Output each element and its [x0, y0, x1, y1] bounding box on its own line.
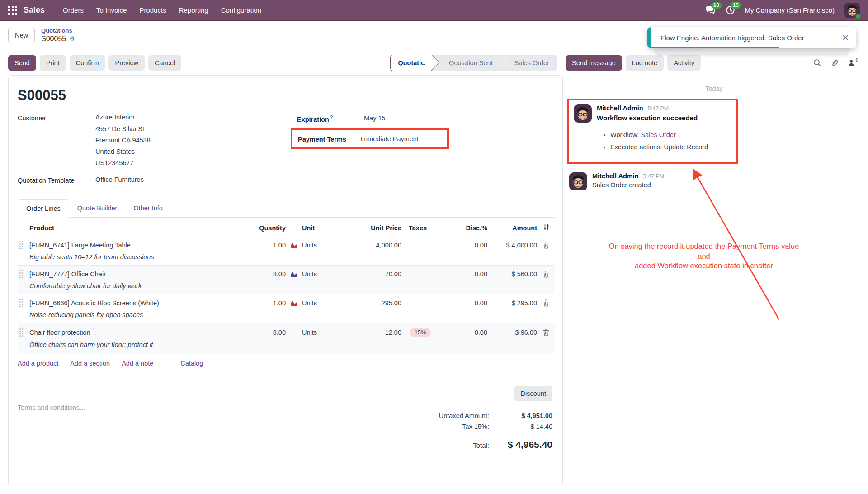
add-a-note-link[interactable]: Add a note [122, 360, 153, 367]
col-unit[interactable]: Unit [302, 224, 338, 232]
new-button[interactable]: New [8, 28, 35, 43]
drag-handle-icon[interactable] [19, 299, 29, 307]
disc-cell[interactable]: 0.00 [452, 299, 487, 307]
followers-count: 1 [855, 57, 858, 63]
table-row[interactable]: Chair floor protection 8.00 Units 12.00 … [18, 323, 555, 353]
product-description[interactable]: Comfortable yellow chair for daily work [29, 282, 555, 290]
unit-price-cell[interactable]: 70.00 [338, 271, 401, 278]
quantity-cell[interactable]: 1.00 [231, 299, 286, 307]
apps-grid-icon[interactable] [8, 6, 17, 15]
avatar[interactable] [569, 172, 587, 190]
status-step-sales-order[interactable]: Sales Order [507, 55, 557, 71]
message-author[interactable]: Mitchell Admin [592, 172, 639, 180]
status-step-quotation-sent[interactable]: Quotation Sent [442, 55, 500, 71]
unit-cell[interactable]: Units [302, 299, 338, 307]
product-description[interactable]: Noise-reducing panels for open spaces [29, 311, 555, 318]
payment-terms-field[interactable]: Immediate Payment [360, 135, 442, 142]
catalog-link[interactable]: Catalog [180, 360, 203, 367]
menu-orders[interactable]: Orders [57, 6, 90, 14]
product-cell[interactable]: Chair floor protection [29, 329, 231, 336]
followers-icon[interactable]: 1 [848, 59, 858, 66]
workflow-details-list: Workflow:Sales Order Executed actions: U… [597, 129, 708, 153]
preview-button[interactable]: Preview [108, 55, 145, 71]
message-author[interactable]: Mitchell Admin [597, 104, 643, 112]
col-quantity[interactable]: Quantity [231, 224, 286, 232]
table-row[interactable]: [FURN_6666] Acoustic Bloc Screens (White… [18, 294, 555, 323]
tab-other-info[interactable]: Other Info [125, 200, 170, 217]
menu-reporting[interactable]: Reporting [173, 6, 215, 14]
menu-configuration[interactable]: Configuration [215, 6, 268, 14]
table-row[interactable]: [FURN_7777] Office Chair 8.00 Units 70.0… [18, 266, 555, 294]
print-button[interactable]: Print [40, 55, 66, 71]
quotation-template-field[interactable]: Office Furnitures [95, 176, 289, 183]
col-disc[interactable]: Disc.% [452, 224, 487, 232]
drag-handle-icon[interactable] [19, 328, 29, 337]
delete-row-icon[interactable] [537, 242, 555, 249]
product-cell[interactable]: [FURN_6741] Large Meeting Table [29, 242, 231, 249]
app-name[interactable]: Sales [24, 5, 45, 15]
quantity-cell[interactable]: 8.00 [231, 271, 286, 278]
tab-quote-builder[interactable]: Quote Builder [69, 200, 126, 217]
menu-to-invoice[interactable]: To Invoice [90, 6, 133, 14]
help-icon[interactable]: ? [330, 114, 333, 120]
unit-cell[interactable]: Units [302, 329, 338, 336]
disc-cell[interactable]: 0.00 [452, 329, 487, 336]
product-description[interactable]: Office chairs can harm your floor: prote… [29, 341, 555, 348]
messages-icon[interactable]: 13 [705, 6, 716, 15]
sales-order-link[interactable]: Sales Order [641, 131, 675, 138]
add-a-product-link[interactable]: Add a product [18, 360, 58, 367]
forecast-chart-icon[interactable] [290, 271, 302, 277]
chatter-message: Mitchell Admin 5:47 PM Sales Order creat… [569, 172, 859, 190]
company-switcher[interactable]: My Company (San Francisco) [745, 6, 835, 14]
send-button[interactable]: Send [8, 55, 36, 71]
attachment-icon[interactable] [830, 59, 839, 67]
delete-row-icon[interactable] [537, 271, 555, 278]
col-product[interactable]: Product [29, 224, 231, 232]
unit-cell[interactable]: Units [302, 242, 338, 249]
delete-row-icon[interactable] [537, 329, 555, 336]
gear-icon[interactable]: ⚙ [69, 35, 75, 43]
add-a-section-link[interactable]: Add a section [70, 360, 110, 367]
discount-button[interactable]: Discount [514, 386, 552, 401]
search-icon[interactable] [813, 59, 821, 67]
forecast-chart-icon[interactable] [290, 242, 302, 248]
drag-handle-icon[interactable] [19, 270, 29, 278]
unit-price-cell[interactable]: 295.00 [338, 299, 401, 307]
col-unit-price[interactable]: Unit Price [338, 224, 401, 232]
workflow-bullet: Executed actions: Update Record [610, 141, 708, 153]
delete-row-icon[interactable] [537, 299, 555, 307]
quantity-cell[interactable]: 1.00 [231, 242, 286, 249]
tax-badge[interactable]: 15% [410, 328, 431, 337]
quantity-cell[interactable]: 8.00 [231, 329, 286, 336]
product-description[interactable]: Big table seats 10–12 for team discussio… [29, 253, 555, 261]
forecast-chart-icon[interactable] [290, 300, 302, 306]
customer-name-field[interactable]: Azure Interior [95, 114, 289, 121]
send-message-button[interactable]: Send message [566, 55, 622, 71]
tab-order-lines[interactable]: Order Lines [18, 200, 69, 218]
activities-icon[interactable]: 15 [726, 5, 735, 15]
terms-and-conditions-input[interactable]: Terms and conditions... [18, 386, 85, 452]
log-note-button[interactable]: Log note [626, 55, 664, 71]
cancel-button[interactable]: Cancel [148, 55, 181, 71]
avatar[interactable] [574, 104, 592, 155]
product-cell[interactable]: [FURN_7777] Office Chair [29, 271, 231, 278]
col-taxes[interactable]: Taxes [401, 224, 452, 232]
optional-columns-icon[interactable] [537, 224, 555, 232]
unit-cell[interactable]: Units [302, 271, 338, 278]
breadcrumb-quotations[interactable]: Quotations [41, 27, 75, 34]
disc-cell[interactable]: 0.00 [452, 271, 487, 278]
close-icon[interactable]: ✕ [842, 33, 849, 42]
confirm-button[interactable]: Confirm [70, 55, 105, 71]
activity-button[interactable]: Activity [667, 55, 701, 71]
col-amount[interactable]: Amount [487, 224, 537, 232]
amount-cell: $ 560.00 [487, 271, 537, 278]
unit-price-cell[interactable]: 12.00 [338, 329, 401, 336]
expiration-field[interactable]: May 15 [364, 114, 487, 122]
disc-cell[interactable]: 0.00 [452, 242, 487, 249]
unit-price-cell[interactable]: 4,000.00 [338, 242, 401, 249]
drag-handle-icon[interactable] [19, 241, 29, 249]
table-row[interactable]: [FURN_6741] Large Meeting Table 1.00 Uni… [18, 237, 555, 266]
menu-products[interactable]: Products [133, 6, 172, 14]
user-avatar[interactable] [844, 3, 860, 18]
product-cell[interactable]: [FURN_6666] Acoustic Bloc Screens (White… [29, 299, 231, 307]
